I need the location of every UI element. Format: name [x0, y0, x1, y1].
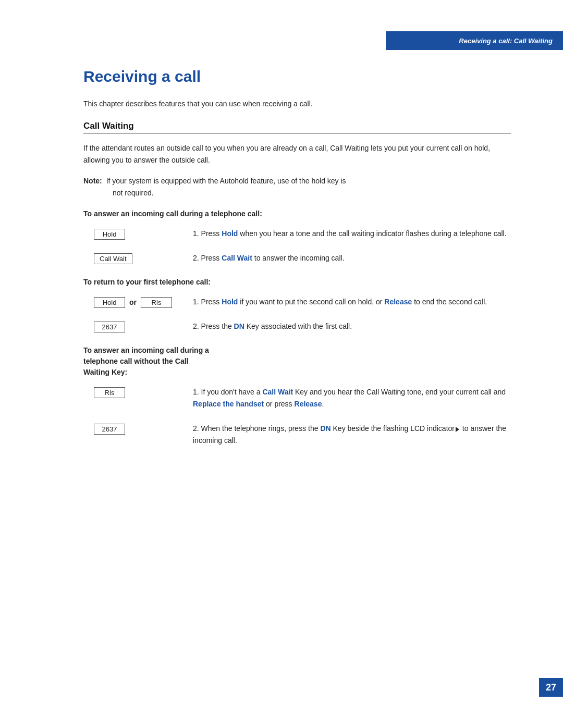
instruction-step-1: Hold 1. Press Hold when you hear a tone … [83, 228, 511, 240]
step6-text-mid: Key beside the flashing LCD indicator [331, 424, 455, 433]
instruction-step-4: 2637 2. Press the DN Key associated with… [83, 320, 511, 332]
step3-bold2: Release [384, 298, 412, 306]
step-col-4: 2. Press the DN Key associated with the … [193, 320, 511, 332]
step4-num: 2. [193, 322, 201, 330]
step4-text-post: Key associated with the first call. [244, 322, 352, 330]
page-container: Receiving a call: Call Waiting Receiving… [0, 0, 563, 728]
key-col-4: 2637 [83, 320, 193, 332]
subheading-1: To answer an incoming call during a tele… [83, 208, 511, 219]
step2-text-pre: Press [201, 254, 222, 262]
key-col-1: Hold [83, 228, 193, 240]
page-number-badge: 27 [539, 678, 563, 697]
note-first-line: Note: If your system is equipped with th… [83, 175, 511, 187]
step3-text-post: to end the second call. [412, 298, 487, 306]
step3-num: 1. [193, 298, 201, 306]
step3-text-mid: if you want to put the second call on ho… [238, 298, 384, 306]
main-content: Receiving a call This chapter describes … [83, 0, 511, 447]
header-bar: Receiving a call: Call Waiting [386, 31, 563, 50]
key-row-hold-rls: Hold or Rls [94, 297, 172, 308]
step4-text-pre: Press the [201, 322, 234, 330]
hold-key-2: Hold [94, 297, 125, 308]
instruction-step-6: 2637 2. When the telephone rings, press … [83, 423, 511, 447]
instruction-step-5: Rls 1. If you don't have a Call Wait Key… [83, 386, 511, 410]
step1-bold: Hold [222, 229, 238, 238]
step1-text-post: when you hear a tone and the call waitin… [238, 229, 506, 238]
subheading-2: To return to your first telephone call: [83, 277, 511, 288]
step5-text-mid: Key and you hear the Call Waiting tone, … [293, 388, 506, 396]
step2-bold: Call Wait [222, 254, 252, 262]
rls-key-1: Rls [141, 297, 172, 308]
step5-bold3: Release [295, 400, 322, 408]
dn-key-2637-2: 2637 [94, 424, 125, 435]
page-number: 27 [546, 682, 556, 693]
subheading3-line2: telephone call without the Call [83, 357, 188, 365]
section-heading-call-waiting: Call Waiting [83, 121, 511, 134]
step-col-6: 2. When the telephone rings, press the D… [193, 423, 511, 447]
step2-num: 2. [193, 254, 201, 262]
step6-num: 2. [193, 424, 201, 433]
step5-bold2: Replace the handset [193, 400, 264, 408]
instruction-step-3: Hold or Rls 1. Press Hold if you want to… [83, 296, 511, 308]
step-col-2: 2. Press Call Wait to answer the incomin… [193, 252, 511, 264]
step5-bold1: Call Wait [262, 388, 293, 396]
subheading-3: To answer an incoming call during a tele… [83, 345, 511, 378]
note-label: Note: [83, 177, 102, 185]
step6-text-pre: When the telephone rings, press the [201, 424, 321, 433]
step1-num: 1. [193, 229, 201, 238]
step1-text-pre: Press [201, 229, 222, 238]
step3-bold1: Hold [222, 298, 238, 306]
page-title: Receiving a call [83, 68, 511, 85]
step5-text-post: or press [264, 400, 294, 408]
subheading3-line3: Waiting Key: [83, 368, 127, 376]
instruction-step-2: Call Wait 2. Press Call Wait to answer t… [83, 252, 511, 264]
step-col-5: 1. If you don't have a Call Wait Key and… [193, 386, 511, 410]
triangle-right-icon [456, 427, 459, 432]
step6-bold: DN [320, 424, 331, 433]
step5-text-end: . [322, 400, 324, 408]
intro-paragraph: This chapter describes features that you… [83, 98, 511, 109]
step5-num: 1. [193, 388, 201, 396]
key-col-3: Hold or Rls [83, 296, 193, 308]
note-block: Note: If your system is equipped with th… [83, 175, 511, 199]
step3-text-pre: Press [201, 298, 222, 306]
step-col-1: 1. Press Hold when you hear a tone and t… [193, 228, 511, 240]
hold-key-1: Hold [94, 229, 125, 240]
rls-key-2: Rls [94, 387, 125, 398]
step4-bold: DN [234, 322, 244, 330]
step5-text-pre: If you don't have a [201, 388, 263, 396]
header-bar-text: Receiving a call: Call Waiting [459, 37, 553, 45]
key-col-5: Rls [83, 386, 193, 398]
or-label: or [129, 298, 137, 306]
subheading3-line1: To answer an incoming call during a [83, 346, 209, 354]
note-second-line: not required. [113, 187, 511, 199]
key-col-2: Call Wait [83, 252, 193, 264]
call-wait-key: Call Wait [94, 253, 132, 264]
section-body-text: If the attendant routes an outside call … [83, 142, 511, 166]
step2-text-post: to answer the incoming call. [252, 254, 345, 262]
dn-key-2637-1: 2637 [94, 322, 125, 332]
step-col-3: 1. Press Hold if you want to put the sec… [193, 296, 511, 308]
key-col-6: 2637 [83, 423, 193, 435]
note-text: If your system is equipped with the Auto… [106, 177, 346, 185]
